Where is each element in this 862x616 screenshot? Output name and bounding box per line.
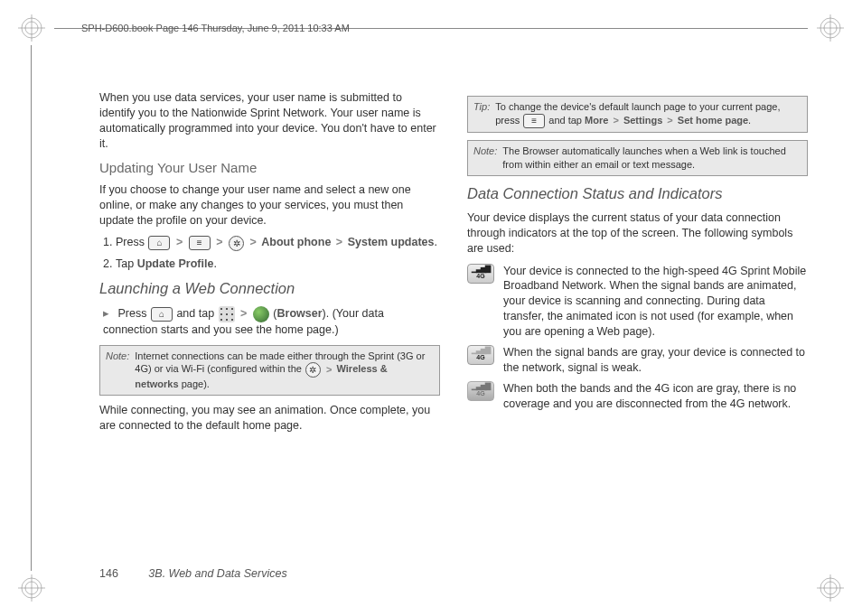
chevron-icon: > [216, 236, 222, 248]
page-footer: 146 3B. Web and Data Services [99, 567, 287, 580]
indicator-desc: When both the bands and the 4G icon are … [503, 381, 808, 412]
launch-step: Press ⌂ and tap > (Browser). (Your data … [103, 306, 440, 338]
connecting-paragraph: While connecting, you may see an animati… [99, 403, 440, 434]
column-left: When you use data services, your user na… [99, 90, 440, 553]
chevron-icon: > [336, 236, 342, 248]
chevron-icon: > [667, 115, 672, 126]
heading-updating-username: Updating Your User Name [99, 159, 440, 177]
step-2: Tap Update Profile. [116, 257, 440, 272]
tip-body: To change the device's default launch pa… [495, 100, 801, 128]
4g-icon-connected: ▁▃▅▇4G [467, 264, 494, 284]
indicator-4g-off: ▁▃▅▇4G When both the bands and the 4G ic… [467, 381, 808, 412]
note-internet-connections: Note: Internet connections can be made e… [99, 345, 440, 397]
heading-launching-web: Launching a Web Connection [99, 278, 440, 298]
page-number: 146 [99, 567, 118, 580]
chevron-icon: > [326, 364, 332, 375]
home-icon: ⌂ [148, 236, 170, 250]
indicator-desc: When the signal bands are gray, your dev… [503, 345, 808, 376]
tip-box: Tip: To change the device's default laun… [467, 96, 808, 133]
label-system-updates: System updates [348, 236, 435, 248]
note-body: Internet connections can be made either … [135, 350, 434, 392]
label-more: More [585, 115, 608, 126]
chevron-icon: > [613, 115, 618, 126]
data-connection-intro: Your device displays the current status … [467, 210, 808, 257]
section-title: 3B. Web and Data Services [148, 567, 286, 580]
4g-icon-disconnected: ▁▃▅▇4G [467, 381, 494, 401]
menu-icon: ≡ [189, 236, 211, 250]
cropmark-br [817, 574, 844, 602]
note-label: Note: [106, 350, 129, 392]
settings-gear-icon: ✲ [229, 236, 244, 251]
note-label: Note: [473, 145, 497, 172]
label-about-phone: About phone [261, 236, 331, 248]
tip-label: Tip: [473, 100, 490, 128]
label-settings: Settings [623, 115, 662, 126]
intro-paragraph: When you use data services, your user na… [99, 90, 440, 152]
indicator-desc: Your device is connected to the high-spe… [503, 264, 808, 340]
heading-data-connection: Data Connection Status and Indicators [467, 183, 808, 203]
chevron-icon: > [240, 307, 247, 320]
label-browser: Browser [277, 307, 323, 320]
settings-gear-icon: ✲ [305, 362, 321, 378]
indicator-4g-weak: ▁▃▅▇4G When the signal bands are gray, y… [467, 345, 808, 376]
cropmark-tl [18, 14, 45, 42]
home-icon: ⌂ [151, 307, 173, 322]
step-1: Press ⌂ > ≡ > ✲ > About phone > System u… [116, 235, 440, 250]
note-body: The Browser automatically launches when … [502, 145, 801, 172]
label-update-profile: Update Profile [137, 257, 214, 270]
running-header: SPH-D600.book Page 146 Thursday, June 9,… [81, 23, 350, 33]
browser-globe-icon [253, 306, 269, 322]
updating-paragraph: If you choose to change your user name a… [99, 182, 440, 229]
cropline-left [31, 45, 32, 571]
menu-icon: ≡ [523, 114, 545, 128]
indicator-4g-connected: ▁▃▅▇4G Your device is connected to the h… [467, 264, 808, 340]
chevron-icon: > [176, 236, 183, 248]
cropmark-bl [18, 574, 45, 602]
label-set-home-page: Set home page [678, 115, 748, 126]
cropmark-tr [817, 14, 844, 42]
note-browser-autolaunch: Note: The Browser automatically launches… [467, 140, 808, 176]
chevron-icon: > [249, 236, 256, 248]
update-steps: Press ⌂ > ≡ > ✲ > About phone > System u… [116, 235, 440, 271]
page-body: When you use data services, your user na… [99, 90, 808, 553]
column-right: Tip: To change the device's default laun… [467, 90, 808, 553]
apps-grid-icon [219, 306, 235, 322]
launch-steps: Press ⌂ and tap > (Browser). (Your data … [103, 306, 440, 338]
4g-icon-weak: ▁▃▅▇4G [467, 345, 494, 365]
